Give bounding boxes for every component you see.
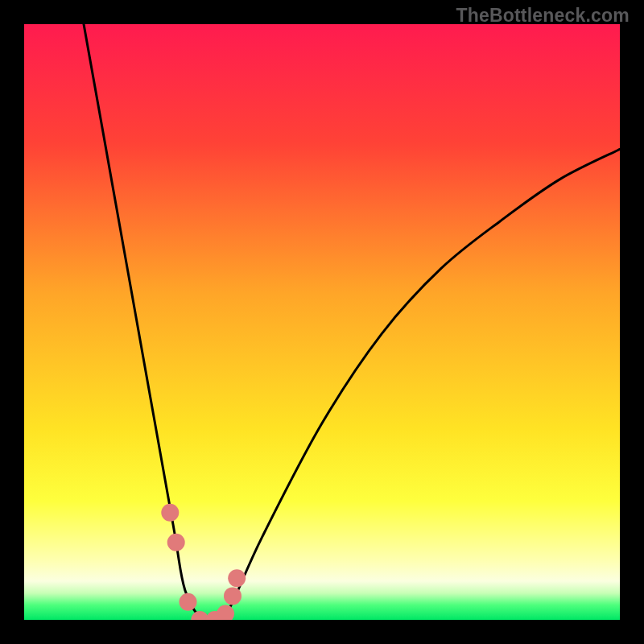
marker-dot (228, 569, 246, 587)
plot-area (24, 24, 620, 620)
marker-dot (161, 504, 179, 522)
highlight-points (161, 504, 246, 620)
chart-canvas: TheBottleneck.com (0, 0, 644, 644)
curve-layer (24, 24, 620, 620)
marker-dot (217, 605, 234, 620)
marker-dot (224, 587, 242, 605)
marker-dot (180, 593, 197, 611)
marker-dot (167, 534, 185, 551)
watermark-text: TheBottleneck.com (456, 5, 630, 27)
bottleneck-curve (84, 24, 620, 620)
